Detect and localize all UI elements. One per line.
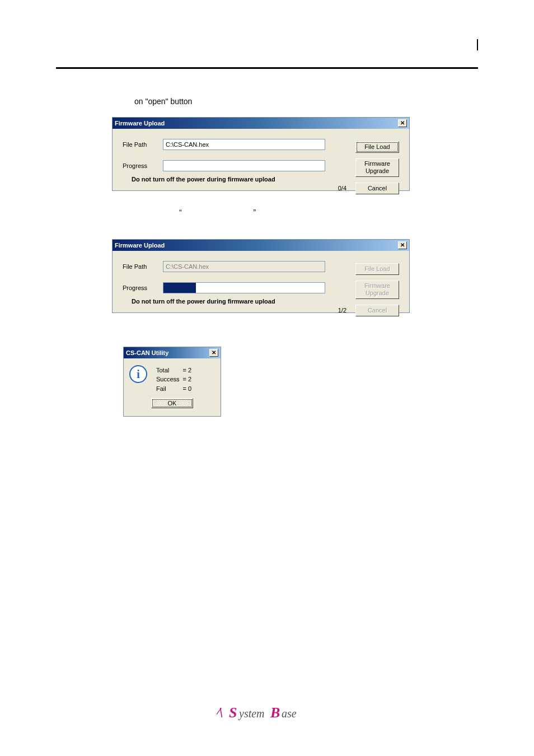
- close-icon[interactable]: ✕: [209, 349, 218, 357]
- text-cursor: [477, 39, 478, 50]
- divider: [56, 67, 478, 69]
- cancel-button[interactable]: Cancel: [355, 183, 399, 194]
- dialog-body: File Path Progress 0/4 File Load Firmwar…: [113, 129, 409, 190]
- firmware-upgrade-button: Firmware Upgrade: [355, 281, 399, 298]
- systembase-logo: ∕\ S ystem B ase: [217, 703, 317, 725]
- svg-text:∕\: ∕\: [217, 704, 223, 721]
- info-icon: i: [129, 365, 147, 383]
- file-load-button[interactable]: File Load: [355, 141, 399, 153]
- file-path-label: File Path: [123, 263, 163, 270]
- progress-bar: [163, 160, 325, 171]
- progress-bar: [163, 282, 325, 293]
- svg-text:ase: ase: [282, 707, 297, 720]
- svg-text:B: B: [270, 704, 280, 721]
- result-msgbox: CS-CAN Utility ✕ i Total= 2 Success= 2 F…: [123, 347, 221, 417]
- ok-button[interactable]: OK: [151, 398, 193, 408]
- file-path-label: File Path: [123, 141, 163, 148]
- svg-text:S: S: [229, 704, 237, 721]
- quotes-placeholder: “ ”: [179, 208, 478, 217]
- firmware-upgrade-button[interactable]: Firmware Upgrade: [355, 158, 399, 176]
- progress-label: Progress: [123, 284, 163, 291]
- firmware-upload-dialog-progress: Firmware Upload ✕ File Path Progress 1/2…: [112, 239, 410, 313]
- cancel-button: Cancel: [355, 305, 399, 316]
- dialog-title: Firmware Upload: [115, 242, 165, 249]
- firmware-upload-dialog: Firmware Upload ✕ File Path Progress 0/4…: [112, 117, 410, 191]
- close-icon[interactable]: ✕: [398, 119, 407, 127]
- file-path-input[interactable]: [163, 139, 325, 150]
- result-stats: Total= 2 Success= 2 Fail= 0: [154, 365, 194, 394]
- msgbox-title: CS-CAN Utility: [126, 349, 168, 356]
- file-load-button: File Load: [355, 263, 399, 275]
- titlebar[interactable]: Firmware Upload ✕: [113, 240, 409, 251]
- progress-counter: 0/4: [338, 185, 346, 192]
- dialog-body: File Path Progress 1/2 File Load Firmwar…: [113, 251, 409, 312]
- file-path-input: [163, 261, 325, 272]
- titlebar[interactable]: CS-CAN Utility ✕: [124, 347, 221, 358]
- progress-label: Progress: [123, 162, 163, 169]
- progress-counter: 1/2: [338, 307, 346, 314]
- titlebar[interactable]: Firmware Upload ✕: [113, 118, 409, 129]
- caption-text: on "open" button: [134, 97, 478, 106]
- close-icon[interactable]: ✕: [398, 241, 407, 249]
- svg-text:ystem: ystem: [238, 707, 265, 720]
- dialog-title: Firmware Upload: [115, 120, 165, 127]
